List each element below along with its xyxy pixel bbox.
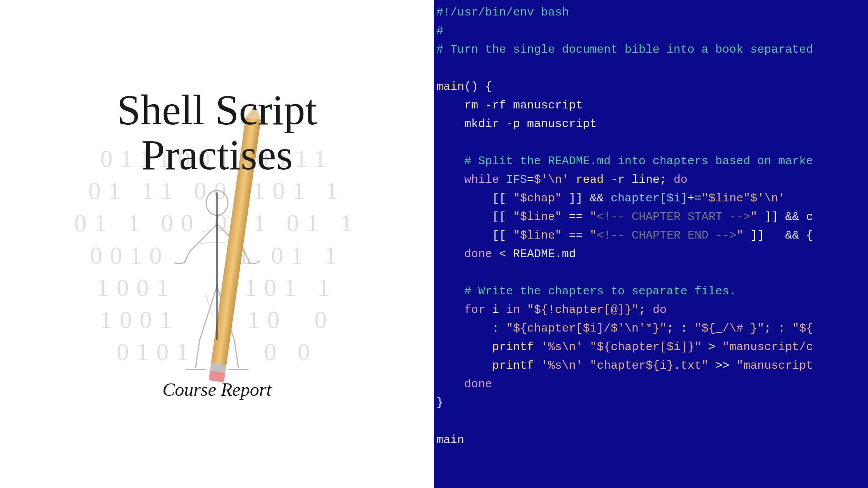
code-line: printf '%s\n' "${chapter[$i]}" > "manusc…: [436, 338, 868, 356]
code-line: : "${chapter[$i]/$'\n'*}"; : "${_/\# }";…: [436, 319, 868, 338]
subtitle: Course Report: [0, 379, 434, 400]
code-line: while IFS=$'\n' read -r line; do: [436, 170, 868, 189]
page-container: 011100110111 01 11 001101 1 01 1 00 011 …: [0, 0, 868, 488]
code-line: [436, 412, 868, 431]
title-line-2: Practises: [141, 131, 293, 179]
code-line: [[ "$line" == "<!-- CHAPTER START -->" ]…: [436, 208, 868, 226]
code-line: # Turn the single document bible into a …: [436, 40, 868, 59]
main-title: Shell Script Practises: [0, 88, 434, 177]
code-line: mkdir -p manuscript: [436, 115, 868, 133]
code-line: [436, 263, 868, 282]
code-line: }: [436, 393, 868, 412]
code-line: done: [436, 375, 868, 393]
code-line: #!/usr/bin/env bash: [436, 3, 868, 22]
code-line: # Split the README.md into chapters base…: [436, 152, 868, 170]
code-line: #: [436, 22, 868, 40]
code-line: [[ "$chap" ]] && chapter[$i]+="$line"$'\…: [436, 189, 868, 208]
code-panel: #!/usr/bin/env bash## Turn the single do…: [434, 0, 868, 488]
code-line: [436, 59, 868, 77]
code-line: # Write the chapters to separate files.: [436, 282, 868, 301]
code-line: rm -rf manuscript: [436, 96, 868, 115]
code-line: main: [436, 431, 868, 449]
vertical-divider: [217, 192, 218, 340]
left-content: 011100110111 01 11 001101 1 01 1 00 011 …: [0, 88, 434, 400]
code-line: done < README.md: [436, 245, 868, 263]
left-panel: 011100110111 01 11 001101 1 01 1 00 011 …: [0, 0, 434, 488]
code-line: printf '%s\n' "chapter${i}.txt" >> "manu…: [436, 356, 868, 375]
code-line: [[ "$line" == "<!-- CHAPTER END -->" ]] …: [436, 226, 868, 245]
code-line: [436, 133, 868, 152]
code-line: main() {: [436, 77, 868, 96]
title-line-1: Shell Script: [117, 86, 317, 134]
code-line: for i in "${!chapter[@]}"; do: [436, 301, 868, 319]
